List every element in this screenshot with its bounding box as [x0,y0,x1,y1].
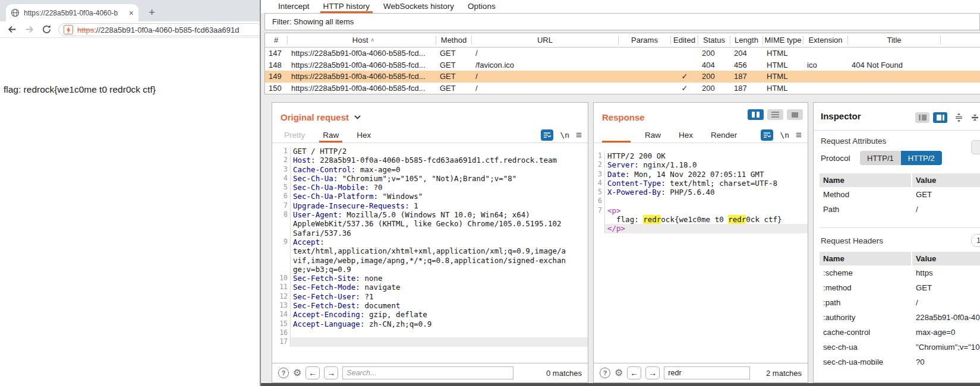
code-line: 4Content-Type: text/html; charset=UTF-8 [594,179,808,188]
url-bar[interactable]: https://228a5b91-0f0a-4060-b585-fcd63aa6… [58,23,263,36]
gear-icon[interactable]: ⚙ [615,368,623,378]
collapse-all-icon[interactable] [970,113,979,122]
request-panel: Original request Pretty Raw Hex \n ≡ 1GE… [272,102,588,383]
request-search-input[interactable] [342,366,513,379]
word-wrap-icon[interactable] [761,129,773,141]
divider [820,227,980,228]
word-wrap-icon[interactable] [541,129,553,141]
rows-layout-icon[interactable] [767,109,783,120]
show-newlines-button[interactable]: \n [780,131,789,140]
code-line: 6Sec-Ch-Ua-Platform: "Windows" [272,192,588,201]
tab-render[interactable]: Render [707,131,740,143]
column-header[interactable]: Edited [671,36,698,45]
code-line: 9Accept: [272,238,588,246]
column-header[interactable]: URL [472,36,619,45]
protocol-http2-button[interactable]: HTTP/2 [901,151,942,165]
code-line: 6 [594,197,808,205]
response-editor[interactable]: 1HTTP/2 200 OK2Server: nginx/1.18.03Date… [594,143,808,363]
request-search-bar: ? ⚙ ← → 0 matches [272,363,588,382]
browser-tab[interactable]: https://228a5b91-0f0a-4060-b × [6,4,138,21]
tab-raw[interactable]: Raw [641,131,664,143]
code-line: 7Upgrade-Insecure-Requests: 1 [272,201,588,210]
tab-raw[interactable]: Raw [319,131,342,143]
inspector-row[interactable]: MethodGET [820,187,980,202]
column-header[interactable]: Extension [803,36,848,45]
column-header[interactable] [941,36,980,45]
inspector-dock-right-icon[interactable] [933,112,947,123]
column-header[interactable]: Host∧ [288,36,436,45]
burp-tab-http-history[interactable]: HTTP history [320,2,373,13]
inspector-row[interactable]: :schemehttps [820,265,980,280]
code-line: 5Sec-Ch-Ua-Mobile: ?0 [272,183,588,192]
help-icon[interactable]: ? [278,368,289,378]
column-header[interactable]: Status [698,36,730,45]
code-line: Safari/537.36 [272,229,588,238]
history-row[interactable]: 147https://228a5b91-0f0a-4060-b585-fcd..… [265,48,980,59]
prev-match-button[interactable]: ← [305,366,320,379]
inspector-row[interactable]: sec-ch-ua-mobile?0 [820,355,980,369]
tab-pretty[interactable]: Pretty [281,131,308,143]
burp-tab-websockets-history[interactable]: WebSockets history [380,2,457,13]
active-tab-indicator[interactable] [602,129,631,143]
url-rest: ://228a5b91-0f0a-4060-b585-fcd63aa691d [94,26,239,34]
column-header[interactable]: # [265,36,288,45]
request-match-count: 0 matches [546,369,582,378]
column-header[interactable]: Params [619,36,671,45]
inspector-row[interactable]: cache-controlmax-age=0 [820,325,980,340]
code-line: 5X-Powered-By: PHP/5.6.40 [594,188,808,197]
code-line: 12Sec-Fetch-User: ?1 [272,292,588,301]
request-attributes-section: Request Attributes Protocol HTTP/1 HTTP/… [814,137,980,217]
column-header[interactable]: Length [730,36,763,45]
section-chevron-icon[interactable] [971,140,980,154]
column-header[interactable]: MIME type [763,36,803,45]
response-search-input[interactable] [664,366,750,379]
menu-icon[interactable]: ≡ [796,130,802,140]
history-header-row: #Host∧MethodURLParamsEditedStatusLengthM… [265,33,980,48]
next-match-button[interactable]: → [645,366,660,379]
next-match-button[interactable]: → [324,366,338,379]
code-line: 3Cache-Control: max-age=0 [272,165,588,174]
back-icon[interactable] [7,24,17,34]
code-line: flag: redrock{we1c0me t0 redr0ck ctf} [594,215,808,224]
request-editor-tabs: Pretty Raw Hex \n ≡ [272,128,588,143]
forward-icon[interactable] [24,24,34,34]
new-tab-button[interactable]: + [149,6,155,19]
inspector-row[interactable]: :authority228a5b91-0f0a-40 [820,310,980,325]
expand-all-icon[interactable] [954,113,963,122]
history-row-selected[interactable]: 149https://228a5b91-0f0a-4060-b585-fcd..… [265,71,980,83]
code-line: 8User-Agent: Mozilla/5.0 (Windows NT 10.… [272,210,588,219]
burp-tab-intercept[interactable]: Intercept [275,2,313,13]
show-newlines-button[interactable]: \n [560,131,569,140]
reload-icon[interactable] [42,24,52,34]
history-row[interactable]: 148https://228a5b91-0f0a-4060-b585-fcd..… [265,59,980,71]
request-editor[interactable]: 1GET / HTTP/22Host: 228a5b91-0f0a-4060-b… [272,143,588,363]
tab-hex[interactable]: Hex [675,131,697,143]
response-match-count: 2 matches [766,369,802,378]
gear-icon[interactable]: ⚙ [293,368,301,378]
menu-icon[interactable]: ≡ [576,130,582,140]
inspector-row[interactable]: Path/ [820,202,980,217]
protocol-http1-button[interactable]: HTTP/1 [860,151,901,165]
close-tab-icon[interactable]: × [129,9,134,17]
code-line: 1HTTP/2 200 OK [594,151,808,160]
inspector-dock-left-icon[interactable] [915,112,929,123]
response-editor-tabs: Raw Hex Render \n ≡ [594,128,808,143]
inspector-row[interactable]: :path/ [820,295,980,310]
single-layout-icon[interactable] [787,109,803,120]
inspector-row[interactable]: :methodGET [820,280,980,295]
request-attributes-title: Request Attributes [821,137,980,145]
help-icon[interactable]: ? [600,368,610,378]
request-headers-title: Request Headers [821,236,883,245]
column-header[interactable]: Title [848,36,941,45]
request-panel-title[interactable]: Original request [281,112,361,122]
columns-layout-icon[interactable] [748,109,764,120]
lightning-icon[interactable] [64,25,73,34]
filter-bar[interactable]: Filter: Showing all items [264,13,980,30]
history-row[interactable]: 150https://228a5b91-0f0a-4060-b585-fcd..… [265,83,980,94]
prev-match-button[interactable]: ← [627,366,641,379]
burp-tab-options[interactable]: Options [465,2,499,13]
column-header[interactable]: Method [436,36,472,45]
inspector-row[interactable]: sec-ch-ua"Chromium";v="10 [820,340,980,355]
tab-hex[interactable]: Hex [353,131,374,143]
history-table: #Host∧MethodURLParamsEditedStatusLengthM… [264,33,980,94]
